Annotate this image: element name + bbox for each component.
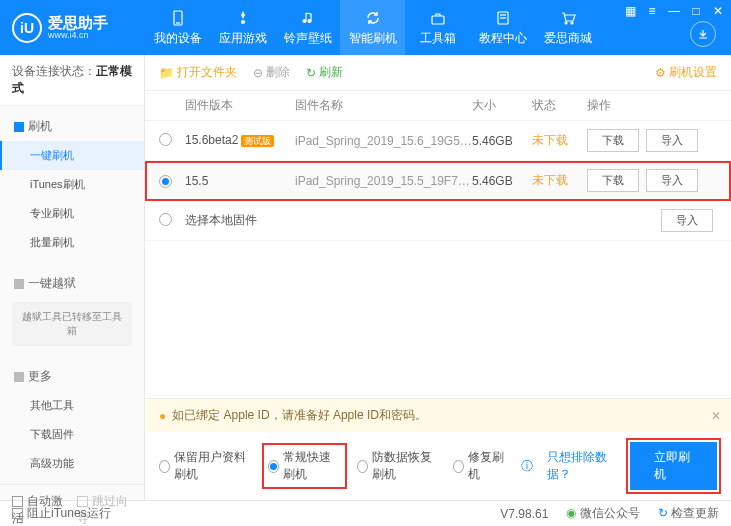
import-button[interactable]: 导入 <box>646 129 698 152</box>
refresh-icon <box>364 9 382 27</box>
nav-apps[interactable]: 应用游戏 <box>210 0 275 55</box>
sidebar-one-click-flash[interactable]: 一键刷机 <box>0 141 144 170</box>
update-icon: ↻ <box>658 506 668 520</box>
square-icon <box>14 372 24 382</box>
lock-icon <box>14 279 24 289</box>
svg-point-10 <box>571 22 573 24</box>
refresh-icon: ↻ <box>306 66 316 80</box>
jailbreak-note: 越狱工具已转移至工具箱 <box>12 302 132 346</box>
folder-icon: 📁 <box>159 66 174 80</box>
beta-tag: 测试版 <box>241 135 274 147</box>
nav-toolbox[interactable]: 工具箱 <box>405 0 470 55</box>
section-more[interactable]: 更多 <box>0 362 144 391</box>
info-icon[interactable]: ⓘ <box>521 458 533 475</box>
cart-icon <box>559 9 577 27</box>
svg-point-3 <box>303 19 306 22</box>
open-folder-button[interactable]: 📁打开文件夹 <box>159 64 237 81</box>
download-manager-button[interactable] <box>690 21 716 47</box>
import-button[interactable]: 导入 <box>661 209 713 232</box>
mode-normal-flash[interactable]: 常规快速刷机 <box>266 447 343 485</box>
close-warning-button[interactable]: ✕ <box>711 409 721 423</box>
section-flash[interactable]: 刷机 <box>0 112 144 141</box>
svg-point-4 <box>308 19 311 22</box>
delete-button[interactable]: ⊖删除 <box>253 64 290 81</box>
import-button[interactable]: 导入 <box>646 169 698 192</box>
sidebar-download-firmware[interactable]: 下载固件 <box>0 420 144 449</box>
check-update-link[interactable]: ↻ 检查更新 <box>658 505 719 522</box>
connection-status: 设备连接状态：正常模式 <box>0 55 144 106</box>
nav-tutorials[interactable]: 教程中心 <box>470 0 535 55</box>
download-button[interactable]: 下载 <box>587 129 639 152</box>
mode-keep-data[interactable]: 保留用户资料刷机 <box>159 449 252 483</box>
maximize-icon[interactable]: □ <box>689 4 703 18</box>
firmware-row[interactable]: 15.5 iPad_Spring_2019_15.5_19F77_Restore… <box>145 161 731 201</box>
nav-my-device[interactable]: 我的设备 <box>145 0 210 55</box>
radio-button[interactable] <box>159 213 172 226</box>
download-button[interactable]: 下载 <box>587 169 639 192</box>
svg-rect-5 <box>432 16 444 24</box>
sidebar-pro-flash[interactable]: 专业刷机 <box>0 199 144 228</box>
local-firmware-row[interactable]: 选择本地固件 导入 <box>145 201 731 241</box>
block-itunes-checkbox[interactable]: 阻止iTunes运行 <box>12 505 111 522</box>
app-icon <box>234 9 252 27</box>
svg-point-2 <box>241 20 245 24</box>
phone-icon <box>169 9 187 27</box>
radio-button[interactable] <box>159 175 172 188</box>
main-nav: 我的设备 应用游戏 铃声壁纸 智能刷机 工具箱 教程中心 爱思商城 <box>145 0 600 55</box>
toolbox-icon <box>429 9 447 27</box>
menu-icon[interactable]: ≡ <box>645 4 659 18</box>
section-jailbreak[interactable]: 一键越狱 <box>0 269 144 298</box>
nav-flash[interactable]: 智能刷机 <box>340 0 405 55</box>
wechat-link[interactable]: ◉ 微信公众号 <box>566 505 639 522</box>
mode-anti-recovery[interactable]: 防数据恢复刷机 <box>357 449 440 483</box>
gear-icon: ⚙ <box>655 66 666 80</box>
app-name: 爱思助手 <box>48 15 108 30</box>
warning-bar: ● 如已绑定 Apple ID，请准备好 Apple ID和密码。 ✕ <box>145 399 731 432</box>
minimize-icon[interactable]: — <box>667 4 681 18</box>
sidebar-itunes-flash[interactable]: iTunes刷机 <box>0 170 144 199</box>
warning-icon: ● <box>159 409 166 423</box>
delete-icon: ⊖ <box>253 66 263 80</box>
table-header: 固件版本 固件名称 大小 状态 操作 <box>145 91 731 121</box>
book-icon <box>494 9 512 27</box>
close-icon[interactable]: ✕ <box>711 4 725 18</box>
mode-repair[interactable]: 修复刷机 <box>453 449 506 483</box>
version-label: V7.98.61 <box>500 507 548 521</box>
skin-icon[interactable]: ▦ <box>623 4 637 18</box>
flash-settings-button[interactable]: ⚙刷机设置 <box>655 64 717 81</box>
logo-icon: iU <box>12 13 42 43</box>
app-logo: iU 爱思助手 www.i4.cn <box>0 13 145 43</box>
refresh-button[interactable]: ↻刷新 <box>306 64 343 81</box>
exclude-data-link[interactable]: 只想排除数据？ <box>547 449 616 483</box>
flash-now-button[interactable]: 立即刷机 <box>630 442 717 490</box>
sidebar-batch-flash[interactable]: 批量刷机 <box>0 228 144 257</box>
nav-ringtones[interactable]: 铃声壁纸 <box>275 0 340 55</box>
music-icon <box>299 9 317 27</box>
wechat-icon: ◉ <box>566 506 576 520</box>
sidebar-other-tools[interactable]: 其他工具 <box>0 391 144 420</box>
firmware-row[interactable]: 15.6beta2测试版 iPad_Spring_2019_15.6_19G50… <box>145 121 731 161</box>
svg-point-9 <box>565 22 567 24</box>
nav-store[interactable]: 爱思商城 <box>535 0 600 55</box>
app-url: www.i4.cn <box>48 30 108 40</box>
radio-button[interactable] <box>159 133 172 146</box>
sidebar-advanced[interactable]: 高级功能 <box>0 449 144 478</box>
square-icon <box>14 122 24 132</box>
